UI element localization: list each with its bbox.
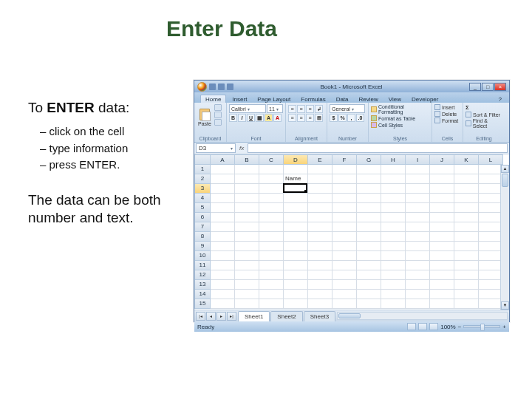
tab-data[interactable]: Data: [332, 95, 353, 103]
bold-button[interactable]: B: [229, 114, 237, 122]
cell[interactable]: [259, 261, 284, 270]
select-all-corner[interactable]: [194, 154, 211, 165]
cell[interactable]: [211, 213, 235, 222]
cell[interactable]: [308, 232, 332, 242]
row-header[interactable]: 12: [194, 270, 211, 280]
format-as-table-button[interactable]: Format as Table: [371, 115, 429, 121]
cell[interactable]: [406, 251, 430, 261]
delete-cells-button[interactable]: Delete: [434, 111, 460, 117]
cell[interactable]: [235, 242, 259, 251]
cell[interactable]: [284, 280, 308, 290]
cell[interactable]: [454, 299, 479, 309]
view-page-break-button[interactable]: [429, 323, 438, 330]
zoom-slider[interactable]: [463, 325, 500, 328]
cell[interactable]: [381, 280, 406, 290]
cell[interactable]: [357, 232, 381, 242]
fill-color-button[interactable]: A: [265, 114, 273, 122]
row-header[interactable]: 7: [194, 222, 211, 232]
cell[interactable]: [284, 194, 308, 203]
row-header[interactable]: 9: [194, 242, 211, 251]
cell[interactable]: [211, 165, 235, 174]
scroll-up-button[interactable]: ▲: [501, 165, 509, 173]
align-bottom-button[interactable]: ≡: [306, 105, 314, 113]
cell[interactable]: [308, 242, 332, 251]
cell[interactable]: [381, 194, 406, 203]
row-header[interactable]: 4: [194, 194, 211, 203]
cell[interactable]: [235, 251, 259, 261]
column-header[interactable]: L: [479, 154, 503, 165]
cell[interactable]: [259, 194, 284, 203]
cell[interactable]: [332, 251, 357, 261]
cell[interactable]: [284, 165, 308, 174]
cell[interactable]: [235, 174, 259, 184]
row-header[interactable]: 6: [194, 213, 211, 222]
cell-styles-button[interactable]: Cell Styles: [371, 122, 429, 128]
font-size-select[interactable]: 11▾: [267, 104, 283, 113]
cell[interactable]: [259, 270, 284, 280]
cell[interactable]: [454, 251, 479, 261]
qat-undo-icon[interactable]: [218, 83, 225, 90]
cell[interactable]: [235, 290, 259, 299]
align-left-button[interactable]: ≡: [288, 114, 296, 122]
row-header[interactable]: 14: [194, 290, 211, 299]
tab-page-layout[interactable]: Page Layout: [253, 95, 295, 103]
row-header[interactable]: 11: [194, 261, 211, 270]
cell[interactable]: [406, 261, 430, 270]
cell[interactable]: [357, 251, 381, 261]
cell[interactable]: [235, 222, 259, 232]
cell[interactable]: [332, 261, 357, 270]
zoom-out-button[interactable]: −: [458, 324, 462, 330]
cell[interactable]: [235, 194, 259, 203]
sheet-nav-first[interactable]: |◂: [196, 312, 205, 321]
cell[interactable]: [430, 213, 454, 222]
cell[interactable]: [381, 251, 406, 261]
merge-button[interactable]: ⊞: [315, 114, 323, 122]
cell[interactable]: [454, 165, 479, 174]
cell[interactable]: [406, 213, 430, 222]
column-header[interactable]: H: [381, 154, 406, 165]
cell[interactable]: [259, 299, 284, 309]
cell[interactable]: [308, 194, 332, 203]
paste-button[interactable]: Paste: [197, 104, 213, 131]
cell[interactable]: [308, 174, 332, 184]
view-normal-button[interactable]: [407, 323, 416, 330]
cell[interactable]: [259, 203, 284, 213]
cell[interactable]: [357, 270, 381, 280]
tab-developer[interactable]: Developer: [407, 95, 443, 103]
align-top-button[interactable]: ≡: [288, 105, 296, 113]
cell[interactable]: [381, 174, 406, 184]
cell[interactable]: [308, 203, 332, 213]
cell[interactable]: [454, 261, 479, 270]
cell[interactable]: [406, 242, 430, 251]
cell[interactable]: [259, 184, 284, 194]
cell[interactable]: [235, 184, 259, 194]
number-format-select[interactable]: General▾: [330, 104, 365, 113]
cell[interactable]: [381, 261, 406, 270]
row-header[interactable]: 10: [194, 251, 211, 261]
copy-icon[interactable]: [214, 112, 222, 118]
cell[interactable]: [357, 242, 381, 251]
hscroll-thumb[interactable]: [338, 313, 361, 318]
cell[interactable]: [211, 203, 235, 213]
cell[interactable]: [211, 251, 235, 261]
cell[interactable]: [357, 280, 381, 290]
cell[interactable]: [284, 290, 308, 299]
cell[interactable]: [211, 270, 235, 280]
underline-button[interactable]: U: [247, 114, 255, 122]
cell[interactable]: [332, 242, 357, 251]
cell[interactable]: [430, 203, 454, 213]
cell[interactable]: Name: [284, 174, 308, 184]
cell[interactable]: [454, 194, 479, 203]
cell[interactable]: [259, 251, 284, 261]
cell[interactable]: [211, 299, 235, 309]
cell[interactable]: [357, 203, 381, 213]
cell[interactable]: [381, 184, 406, 194]
cell[interactable]: [259, 280, 284, 290]
cell[interactable]: [211, 290, 235, 299]
cell[interactable]: [430, 194, 454, 203]
cell[interactable]: [430, 222, 454, 232]
view-page-layout-button[interactable]: [418, 323, 427, 330]
cell[interactable]: [381, 299, 406, 309]
cell[interactable]: [357, 261, 381, 270]
cell[interactable]: [381, 165, 406, 174]
